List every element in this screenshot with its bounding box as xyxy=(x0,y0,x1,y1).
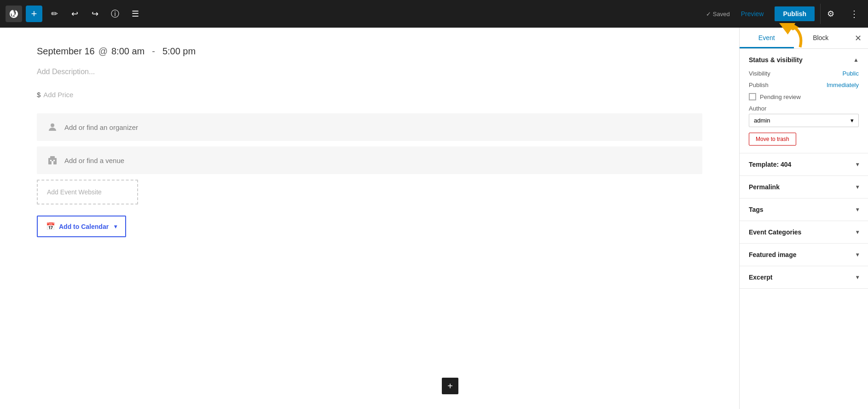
author-value: admin xyxy=(754,117,770,124)
pending-review-row: Pending review xyxy=(749,93,859,100)
venue-icon xyxy=(46,154,59,167)
status-visibility-section: Status & visibility ▲ Visibility Public … xyxy=(740,49,868,153)
add-to-calendar-label: Add to Calendar xyxy=(59,223,109,230)
sidebar-tabs: Event Block ✕ xyxy=(740,28,868,49)
preview-button[interactable]: Preview xyxy=(735,7,770,20)
svg-rect-7 xyxy=(52,161,53,164)
tags-label: Tags xyxy=(749,206,764,213)
author-label: Author xyxy=(749,105,859,112)
status-visibility-header[interactable]: Status & visibility ▲ xyxy=(749,56,859,64)
chevron-up-icon: ▲ xyxy=(853,57,859,63)
event-categories-chevron-icon: ▾ xyxy=(856,229,859,235)
publish-value[interactable]: Immediately xyxy=(827,82,859,88)
tags-chevron-icon: ▾ xyxy=(856,206,859,213)
website-box[interactable]: Add Event Website xyxy=(37,180,138,204)
add-block-button[interactable]: + xyxy=(442,378,458,394)
organizer-box[interactable]: Add or find an organizer xyxy=(37,113,702,141)
at-sign: @ xyxy=(98,46,108,57)
author-select[interactable]: admin ▾ xyxy=(749,114,859,127)
venue-label: Add or find a venue xyxy=(64,157,124,164)
toolbar-right: ✓ Saved Preview Publish ⚙ ⋮ xyxy=(706,4,862,24)
template-chevron-icon: ▾ xyxy=(856,161,859,168)
author-dropdown-icon: ▾ xyxy=(851,117,854,124)
visibility-row: Visibility Public xyxy=(749,70,859,77)
event-date: September 16 xyxy=(37,46,95,57)
tab-event[interactable]: Event xyxy=(740,28,794,48)
author-row: Author admin ▾ xyxy=(749,105,859,127)
list-view-button[interactable]: ☰ xyxy=(127,6,144,22)
featured-image-chevron-icon: ▾ xyxy=(856,251,859,258)
edit-icon-button[interactable]: ✏ xyxy=(46,6,63,22)
template-header[interactable]: Template: 404 ▾ xyxy=(749,161,859,168)
undo-button[interactable]: ↩ xyxy=(66,6,83,22)
pending-review-checkbox[interactable] xyxy=(749,93,756,100)
event-categories-label: Event Categories xyxy=(749,228,801,236)
pending-review-label: Pending review xyxy=(760,93,801,100)
visibility-label: Visibility xyxy=(749,70,770,77)
tab-block[interactable]: Block xyxy=(794,28,848,48)
template-label: Template: 404 xyxy=(749,161,791,168)
permalink-section: Permalink ▾ xyxy=(740,176,868,199)
excerpt-chevron-icon: ▾ xyxy=(856,274,859,280)
time-separator: - xyxy=(152,46,155,57)
organizer-icon xyxy=(46,121,59,134)
dollar-icon: $ xyxy=(37,91,41,99)
sidebar: Event Block ✕ Status & visibility ▲ Visi… xyxy=(739,28,868,409)
template-section: Template: 404 ▾ xyxy=(740,153,868,176)
chevron-down-icon: ▾ xyxy=(114,223,117,230)
check-icon: ✓ xyxy=(706,11,711,18)
website-placeholder: Add Event Website xyxy=(47,188,102,196)
redo-button[interactable]: ↪ xyxy=(87,6,103,22)
venue-box[interactable]: Add or find a venue xyxy=(37,146,702,174)
permalink-label: Permalink xyxy=(749,183,780,191)
featured-image-label: Featured image xyxy=(749,251,796,258)
add-to-calendar-button[interactable]: 📅 Add to Calendar ▾ xyxy=(37,216,126,237)
content-area: September 16 @ 8:00 am - 5:00 pm Add Des… xyxy=(0,28,739,409)
organizer-label: Add or find an organizer xyxy=(64,123,138,131)
excerpt-label: Excerpt xyxy=(749,274,772,281)
event-datetime: September 16 @ 8:00 am - 5:00 pm xyxy=(37,46,702,57)
settings-button[interactable]: ⚙ xyxy=(820,4,840,24)
move-to-trash-button[interactable]: Move to trash xyxy=(749,133,796,146)
add-block-toolbar-button[interactable]: + xyxy=(26,6,42,22)
publish-row: Publish Immediately xyxy=(749,82,859,88)
calendar-icon: 📅 xyxy=(46,222,55,231)
info-button[interactable]: ⓘ xyxy=(107,6,123,22)
saved-indicator: ✓ Saved xyxy=(706,11,730,18)
event-end-time: 5:00 pm xyxy=(162,46,196,57)
svg-point-2 xyxy=(51,123,54,127)
featured-image-header[interactable]: Featured image ▾ xyxy=(749,251,859,258)
publish-button[interactable]: Publish xyxy=(775,6,815,21)
visibility-value[interactable]: Public xyxy=(843,70,859,77)
status-visibility-label: Status & visibility xyxy=(749,56,803,64)
event-categories-section: Event Categories ▾ xyxy=(740,221,868,244)
add-price-field[interactable]: $ Add Price xyxy=(37,91,702,99)
more-options-button[interactable]: ⋮ xyxy=(846,4,862,24)
excerpt-header[interactable]: Excerpt ▾ xyxy=(749,274,859,281)
saved-text: Saved xyxy=(713,11,730,18)
excerpt-section: Excerpt ▾ xyxy=(740,266,868,289)
svg-rect-6 xyxy=(53,160,55,161)
tags-section: Tags ▾ xyxy=(740,199,868,221)
main-layout: September 16 @ 8:00 am - 5:00 pm Add Des… xyxy=(0,28,868,409)
featured-image-section: Featured image ▾ xyxy=(740,244,868,266)
tags-header[interactable]: Tags ▾ xyxy=(749,206,859,213)
wp-logo[interactable] xyxy=(6,6,22,22)
event-categories-header[interactable]: Event Categories ▾ xyxy=(749,228,859,236)
svg-rect-5 xyxy=(50,160,52,161)
permalink-header[interactable]: Permalink ▾ xyxy=(749,183,859,191)
close-sidebar-button[interactable]: ✕ xyxy=(848,28,868,48)
add-description-placeholder[interactable]: Add Description... xyxy=(37,68,702,76)
publish-label: Publish xyxy=(749,82,769,88)
permalink-chevron-icon: ▾ xyxy=(856,184,859,190)
svg-rect-4 xyxy=(50,156,55,159)
add-price-label: Add Price xyxy=(43,91,73,99)
toolbar: + ✏ ↩ ↪ ⓘ ☰ ✓ Saved Preview Publish ⚙ ⋮ xyxy=(0,0,868,28)
event-start-time: 8:00 am xyxy=(111,46,145,57)
